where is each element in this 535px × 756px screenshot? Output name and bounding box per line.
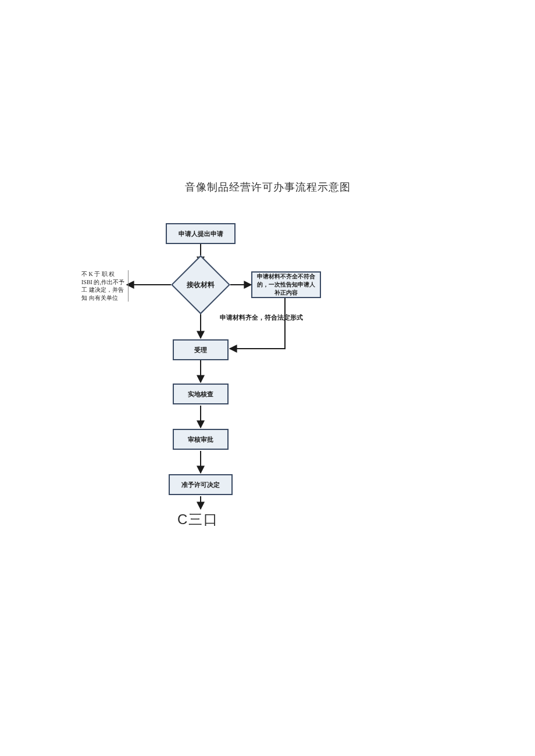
branch-ok-label: 申请材料齐全，符合法定形式 [220,314,307,322]
arrow-layer [0,0,535,756]
flowchart-canvas: 申请人提出申请 接收材料 不 K 于 职 权 ISBI 的,作出不予工 建决定，… [0,0,535,756]
step-grant-permit: 准予许可决定 [169,474,233,495]
step-supplement-notice: 申请材料不齐全不符合的，一次性告知申请人补正内容 [251,271,321,298]
terminal-glyph: C三口 [177,510,219,529]
step-application: 申请人提出申请 [166,223,236,244]
step-review-approval: 审核审批 [173,429,229,450]
decision-receive-materials: 接收材料 [180,264,222,306]
step-acceptance: 受理 [173,339,229,360]
decision-label: 接收材料 [166,264,236,306]
reject-note: 不 K 于 职 权 ISBI 的,作出不予工 建决定，并告知 向有关单位 [81,270,129,302]
step-onsite-check: 实地核查 [173,384,229,404]
